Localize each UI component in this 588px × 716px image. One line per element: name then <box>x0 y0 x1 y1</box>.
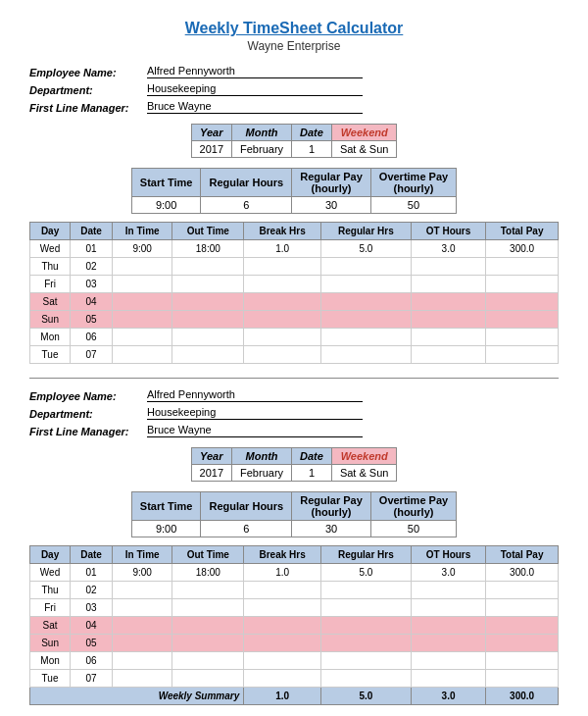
table-row: Fri03 <box>30 276 559 293</box>
manager-value: Bruce Wayne <box>147 100 363 114</box>
col-regular-hrs: Regular Hrs <box>320 223 411 240</box>
regular-hours-value: 6 <box>201 197 292 214</box>
employee-name-value: Alfred Pennyworth <box>147 65 363 78</box>
period-date-header-2: Date <box>292 448 332 465</box>
col-day: Day <box>30 223 71 240</box>
manager-value-2: Bruce Wayne <box>147 424 363 437</box>
table-row: Thu02 <box>30 582 559 599</box>
company-name: Wayne Enterprise <box>29 39 559 53</box>
employee-section-2: Employee Name: Alfred Pennyworth Departm… <box>29 388 559 437</box>
period-date-value: 1 <box>292 141 332 158</box>
weekly-summary-label: Weekly Summary <box>30 688 244 705</box>
col-ot-hours-2: OT Hours <box>411 546 485 564</box>
regular-hours-header-2: Regular Hours <box>201 492 292 521</box>
main-table-2: Day Date In Time Out Time Break Hrs Regu… <box>29 545 559 705</box>
period-weekend-header: Weekend <box>331 125 397 141</box>
period-year-value: 2017 <box>191 141 231 158</box>
col-in-time: In Time <box>113 223 172 240</box>
period-table-1: Year Month Date Weekend 2017 February 1 … <box>191 124 398 158</box>
regular-pay-header: Regular Pay(hourly) <box>292 169 371 197</box>
table-row: Tue07 <box>30 670 559 688</box>
regular-pay-header-2: Regular Pay(hourly) <box>292 492 371 521</box>
start-time-header: Start Time <box>131 169 201 197</box>
period-year-header-2: Year <box>191 448 231 465</box>
table-row: Sun05 <box>30 635 559 652</box>
period-month-value: February <box>232 141 292 158</box>
weekly-summary-row: Weekly Summary 1.0 5.0 3.0 300.0 <box>30 688 559 705</box>
table-row: Sat04 <box>30 617 559 635</box>
table-row: Wed019:0018:001.05.03.0300.0 <box>30 564 559 582</box>
col-date-2: Date <box>71 546 113 564</box>
table-row: Thu02 <box>30 258 559 276</box>
manager-label-2: First Line Manager: <box>29 426 147 437</box>
main-table-1: Day Date In Time Out Time Break Hrs Regu… <box>29 222 559 364</box>
period-table-2: Year Month Date Weekend 2017 February 1 … <box>191 447 398 482</box>
summary-total-pay: 300.0 <box>486 688 559 705</box>
settings-table-2: Start Time Regular Hours Regular Pay(hou… <box>131 491 457 537</box>
table-row: Sat04 <box>30 293 559 311</box>
col-break-hrs: Break Hrs <box>244 223 321 240</box>
table-row: Fri03 <box>30 599 559 617</box>
col-in-time-2: In Time <box>113 546 172 564</box>
table-row: Mon06 <box>30 329 559 346</box>
period-weekend-value-2: Sat & Sun <box>331 465 397 482</box>
employee-section-1: Employee Name: Alfred Pennyworth Departm… <box>29 65 559 114</box>
col-total-pay: Total Pay <box>486 223 559 240</box>
col-ot-hours: OT Hours <box>411 223 485 240</box>
period-year-header: Year <box>191 125 231 141</box>
period-year-value-2: 2017 <box>191 465 231 482</box>
employee-name-label-2: Employee Name: <box>29 390 147 402</box>
period-month-value-2: February <box>232 465 292 482</box>
period-weekend-value: Sat & Sun <box>331 141 397 158</box>
summary-reg-hrs: 5.0 <box>320 688 411 705</box>
period-weekend-header-2: Weekend <box>331 448 397 465</box>
col-day-2: Day <box>30 546 71 564</box>
period-month-header-2: Month <box>232 448 292 465</box>
table-row: Mon06 <box>30 652 559 670</box>
period-month-header: Month <box>232 125 292 141</box>
employee-name-label: Employee Name: <box>29 67 147 78</box>
col-regular-hrs-2: Regular Hrs <box>320 546 411 564</box>
settings-table-1: Start Time Regular Hours Regular Pay(hou… <box>131 168 457 214</box>
table-row: Sun05 <box>30 311 559 329</box>
col-out-time: Out Time <box>172 223 244 240</box>
summary-ot-hrs: 3.0 <box>411 688 485 705</box>
start-time-header-2: Start Time <box>131 492 201 521</box>
overtime-pay-header-2: Overtime Pay(hourly) <box>370 492 456 521</box>
summary-break-hrs: 1.0 <box>244 688 321 705</box>
period-date-header: Date <box>292 125 332 141</box>
department-value-2: Housekeeping <box>147 406 363 420</box>
overtime-pay-value: 50 <box>370 197 456 214</box>
regular-pay-value-2: 30 <box>292 521 371 537</box>
page-title: Weekly TimeSheet Calculator <box>29 20 559 37</box>
department-label-2: Department: <box>29 408 147 420</box>
regular-hours-value-2: 6 <box>201 521 292 537</box>
period-date-value-2: 1 <box>292 465 332 482</box>
table-row: Tue07 <box>30 346 559 364</box>
department-label: Department: <box>29 84 147 96</box>
employee-name-value-2: Alfred Pennyworth <box>147 388 363 402</box>
start-time-value: 9:00 <box>131 197 201 214</box>
col-out-time-2: Out Time <box>172 546 244 564</box>
start-time-value-2: 9:00 <box>131 521 201 537</box>
table-row: Wed019:0018:001.05.03.0300.0 <box>30 240 559 258</box>
regular-hours-header: Regular Hours <box>201 169 292 197</box>
col-date: Date <box>71 223 113 240</box>
section-divider <box>29 378 559 379</box>
overtime-pay-value-2: 50 <box>370 521 456 537</box>
manager-label: First Line Manager: <box>29 102 147 114</box>
col-total-pay-2: Total Pay <box>486 546 559 564</box>
overtime-pay-header: Overtime Pay(hourly) <box>370 169 456 197</box>
col-break-hrs-2: Break Hrs <box>244 546 321 564</box>
regular-pay-value: 30 <box>292 197 371 214</box>
department-value: Housekeeping <box>147 82 363 96</box>
